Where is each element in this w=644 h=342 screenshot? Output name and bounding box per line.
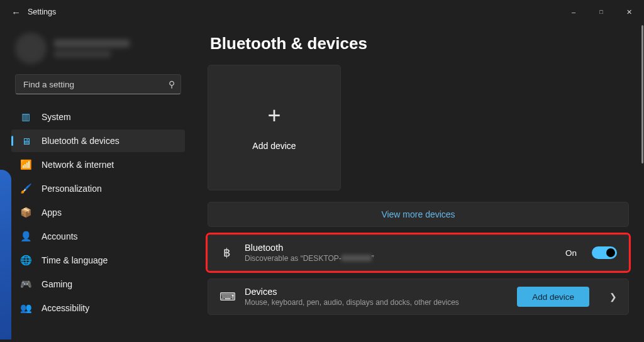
- profile-block[interactable]: [15, 31, 181, 65]
- add-device-card[interactable]: + Add device: [208, 65, 341, 190]
- app-title: Settings: [28, 8, 56, 16]
- sidebar-item-gaming[interactable]: 🎮 Gaming: [11, 273, 185, 295]
- os-desktop-edge: [0, 170, 11, 339]
- back-button[interactable]: ←: [11, 7, 28, 18]
- maximize-button[interactable]: □: [587, 3, 615, 21]
- title-bar: ← Settings – □ ✕: [0, 0, 644, 24]
- sidebar-item-accessibility[interactable]: 👥 Accessibility: [11, 297, 185, 319]
- sidebar-item-label: Apps: [42, 207, 62, 218]
- add-device-button[interactable]: Add device: [517, 287, 589, 307]
- scrollbar[interactable]: [640, 24, 644, 342]
- search-input[interactable]: [15, 74, 181, 94]
- scrollbar-thumb[interactable]: [641, 25, 643, 163]
- sidebar-item-bluetooth-devices[interactable]: 🖥 Bluetooth & devices: [11, 130, 185, 152]
- sidebar-item-accounts[interactable]: 👤 Accounts: [11, 225, 185, 248]
- sidebar-item-label: Time & language: [42, 255, 108, 265]
- paintbrush-icon: 🖌️: [19, 183, 33, 194]
- page-title: Bluetooth & devices: [210, 34, 629, 53]
- sidebar-item-label: Accessibility: [42, 303, 89, 313]
- devices-row[interactable]: ⌨ Devices Mouse, keyboard, pen, audio, d…: [208, 279, 629, 315]
- add-device-label: Add device: [252, 141, 296, 151]
- sidebar-item-time-language[interactable]: 🌐 Time & language: [11, 249, 185, 272]
- profile-email: [54, 51, 111, 57]
- sidebar: ⚲ ▥ System 🖥 Bluetooth & devices 📶 Netwo…: [0, 24, 195, 342]
- sidebar-item-personalization[interactable]: 🖌️ Personalization: [11, 177, 185, 200]
- view-more-label: View more devices: [381, 209, 455, 219]
- bluetooth-toggle[interactable]: [592, 246, 617, 259]
- plus-icon: +: [267, 104, 280, 127]
- sidebar-item-system[interactable]: ▥ System: [11, 106, 185, 128]
- bluetooth-title: Bluetooth: [245, 243, 374, 253]
- search-icon: ⚲: [169, 79, 175, 89]
- search-box[interactable]: ⚲: [15, 74, 181, 94]
- devices-title: Devices: [245, 287, 459, 297]
- devices-desc: Mouse, keyboard, pen, audio, displays an…: [245, 298, 459, 307]
- bluetooth-icon: ฿: [219, 246, 233, 260]
- sidebar-item-network[interactable]: 📶 Network & internet: [11, 153, 185, 176]
- profile-name: [54, 40, 130, 47]
- accessibility-icon: 👥: [19, 302, 33, 314]
- view-more-devices-button[interactable]: View more devices: [208, 202, 629, 227]
- sidebar-item-label: System: [42, 112, 71, 122]
- chevron-right-icon[interactable]: ❯: [609, 292, 617, 302]
- avatar: [15, 33, 47, 64]
- sidebar-item-label: Gaming: [42, 279, 72, 289]
- bluetooth-icon: 🖥: [19, 136, 33, 146]
- bluetooth-row: ฿ Bluetooth Discoverable as “DESKTOP-XXX…: [208, 234, 629, 271]
- bluetooth-desc: Discoverable as “DESKTOP-XXXXXX”: [245, 254, 374, 263]
- minimize-button[interactable]: –: [560, 3, 587, 21]
- sidebar-item-label: Accounts: [42, 231, 78, 241]
- gaming-icon: 🎮: [19, 279, 33, 290]
- sidebar-item-label: Network & internet: [42, 160, 114, 170]
- content-pane: Bluetooth & devices + Add device View mo…: [195, 24, 644, 342]
- devices-icon: ⌨: [219, 290, 233, 304]
- display-icon: ▥: [19, 111, 33, 123]
- wifi-icon: 📶: [19, 159, 33, 170]
- nav-list: ▥ System 🖥 Bluetooth & devices 📶 Network…: [11, 106, 185, 319]
- sidebar-item-label: Personalization: [42, 184, 102, 194]
- person-icon: 👤: [19, 231, 33, 242]
- sidebar-item-label: Bluetooth & devices: [42, 136, 119, 146]
- bluetooth-state: On: [565, 248, 577, 258]
- close-button[interactable]: ✕: [615, 3, 643, 21]
- window-controls: – □ ✕: [560, 3, 643, 21]
- globe-icon: 🌐: [19, 255, 33, 266]
- apps-icon: 📦: [19, 207, 33, 218]
- sidebar-item-apps[interactable]: 📦 Apps: [11, 201, 185, 224]
